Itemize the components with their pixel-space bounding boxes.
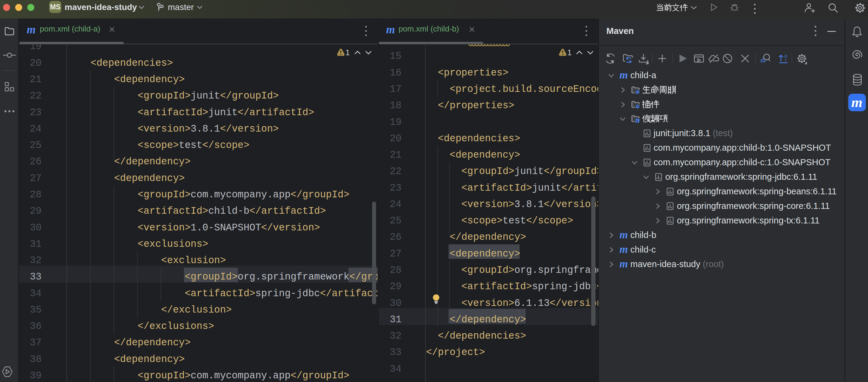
svg-text:1: 1 <box>567 48 572 57</box>
svg-text:1: 1 <box>346 48 350 57</box>
